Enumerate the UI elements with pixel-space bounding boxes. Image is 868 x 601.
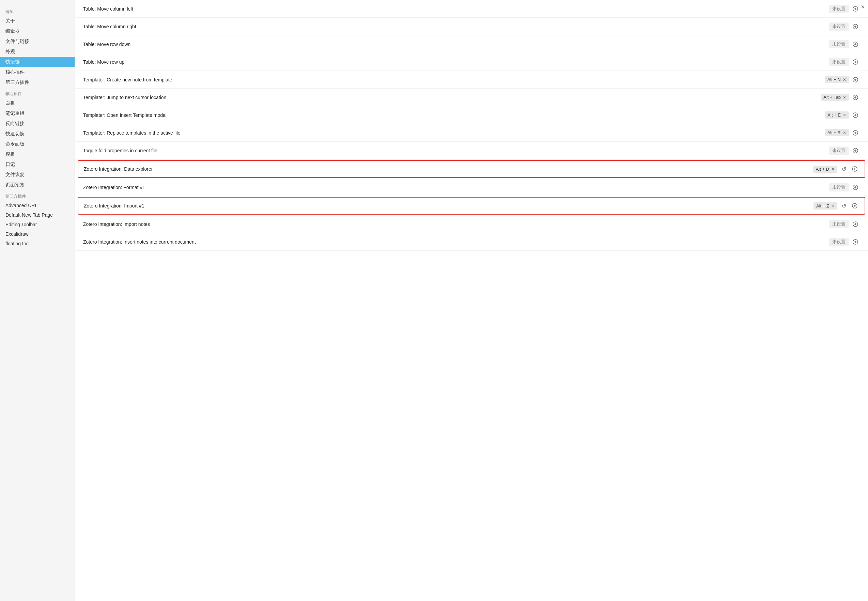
hotkey-row: Templater: Replace templates in the acti… (75, 124, 868, 142)
hotkey-controls: Alt + N ✕ (825, 75, 860, 84)
sidebar-item-日记[interactable]: 日记 (0, 159, 75, 170)
hotkey-row: Templater: Jump to next cursor locationA… (75, 88, 868, 106)
hotkey-name: Zotero Integration: Import #1 (84, 203, 813, 209)
unset-badge: 未设置 (829, 220, 849, 228)
hotkey-name: Zotero Integration: Insert notes into cu… (83, 239, 829, 245)
hotkey-name: Table: Move column left (83, 6, 829, 12)
hotkey-controls: 未设置 (829, 183, 860, 192)
hotkey-row: Table: Move column right未设置 (75, 18, 868, 35)
remove-shortcut-button[interactable]: ✕ (843, 131, 846, 135)
hotkey-row: Zotero Integration: Import #1Alt + Z ✕↺ (78, 197, 865, 215)
add-shortcut-button[interactable] (851, 128, 860, 137)
unset-badge: 未设置 (829, 183, 849, 191)
sidebar-item-模板[interactable]: 模板 (0, 149, 75, 159)
hotkey-badge: Alt + R ✕ (825, 129, 849, 136)
section-third-plugins-label: 第三方插件 (0, 190, 75, 201)
sidebar-item-笔记重组[interactable]: 笔记重组 (0, 108, 75, 119)
add-shortcut-button[interactable] (851, 75, 860, 84)
remove-shortcut-button[interactable]: ✕ (831, 203, 834, 208)
sidebar-item-编辑器[interactable]: 编辑器 (0, 26, 75, 37)
unset-badge: 未设置 (829, 146, 849, 155)
panel-close-button[interactable]: × (861, 3, 865, 11)
sidebar-item-页面预览[interactable]: 页面预览 (0, 180, 75, 190)
hotkey-row: Zotero Integration: Import notes未设置 (75, 215, 868, 233)
reset-shortcut-button[interactable]: ↺ (839, 201, 848, 210)
unset-badge: 未设置 (829, 5, 849, 13)
hotkey-row: Table: Move column left未设置 (75, 0, 868, 18)
hotkey-name: Table: Move row up (83, 59, 829, 65)
remove-shortcut-button[interactable]: ✕ (843, 113, 846, 117)
add-shortcut-button[interactable] (851, 40, 860, 49)
add-shortcut-button[interactable] (851, 146, 860, 155)
sidebar-item-白板[interactable]: 白板 (0, 98, 75, 108)
hotkey-row: Zotero Integration: Data explorerAlt + D… (78, 160, 865, 178)
remove-shortcut-button[interactable]: ✕ (843, 77, 846, 82)
hotkey-name: Zotero Integration: Import notes (83, 221, 829, 227)
sidebar: 选项 关于编辑器文件与链接外观快捷键核心插件第三方插件 核心插件 白板笔记重组反… (0, 0, 75, 601)
hotkey-row: Table: Move row down未设置 (75, 35, 868, 53)
hotkey-row: Templater: Open Insert Template modalAlt… (75, 106, 868, 124)
add-shortcut-button[interactable] (851, 238, 860, 246)
unset-badge: 未设置 (829, 58, 849, 66)
sidebar-item-关于[interactable]: 关于 (0, 16, 75, 26)
unset-badge: 未设置 (829, 238, 849, 246)
hotkey-controls: 未设置 (829, 238, 860, 246)
hotkey-controls: 未设置 (829, 220, 860, 229)
hotkey-controls: Alt + Tab ✕ (821, 93, 860, 102)
hotkey-badge: Alt + D ✕ (813, 166, 838, 173)
hotkey-controls: 未设置 (829, 5, 860, 13)
sidebar-item-Excalidraw[interactable]: Excalidraw (0, 229, 75, 239)
hotkey-badge: Alt + Z ✕ (813, 202, 838, 209)
sidebar-item-命令面板[interactable]: 命令面板 (0, 139, 75, 149)
remove-shortcut-button[interactable]: ✕ (831, 166, 834, 171)
sidebar-item-文件恢复[interactable]: 文件恢复 (0, 170, 75, 180)
add-shortcut-button[interactable] (851, 111, 860, 120)
sidebar-item-floating toc[interactable]: floating toc (0, 239, 75, 249)
main-content: × Table: Move column left未设置Table: Move … (75, 0, 868, 601)
hotkey-badge: Alt + N ✕ (825, 76, 849, 83)
add-shortcut-button[interactable] (851, 5, 860, 13)
sidebar-item-文件与链接[interactable]: 文件与链接 (0, 37, 75, 47)
unset-badge: 未设置 (829, 40, 849, 48)
hotkey-name: Zotero Integration: Data explorer (84, 166, 813, 172)
hotkey-row: Toggle fold properties in current file未设… (75, 142, 868, 159)
hotkey-controls: Alt + E ✕ (825, 111, 860, 120)
hotkey-badge: Alt + Tab ✕ (821, 94, 849, 101)
sidebar-item-第三方插件[interactable]: 第三方插件 (0, 77, 75, 88)
add-shortcut-button[interactable] (851, 220, 860, 229)
hotkey-controls: Alt + Z ✕↺ (813, 201, 859, 210)
add-shortcut-button[interactable] (851, 22, 860, 31)
hotkey-row: Table: Move row up未设置 (75, 53, 868, 71)
hotkey-controls: Alt + D ✕↺ (813, 165, 859, 174)
reset-shortcut-button[interactable]: ↺ (839, 165, 848, 174)
unset-badge: 未设置 (829, 23, 849, 31)
hotkey-name: Toggle fold properties in current file (83, 148, 829, 153)
hotkey-name: Templater: Open Insert Template modal (83, 113, 825, 118)
hotkey-name: Table: Move column right (83, 24, 829, 29)
hotkey-name: Table: Move row down (83, 41, 829, 47)
hotkey-controls: 未设置 (829, 40, 860, 49)
add-shortcut-button[interactable] (851, 93, 860, 102)
hotkey-row: Zotero Integration: Insert notes into cu… (75, 233, 868, 251)
add-shortcut-button[interactable] (851, 58, 860, 66)
hotkey-controls: Alt + R ✕ (825, 128, 860, 137)
hotkey-name: Templater: Replace templates in the acti… (83, 130, 825, 136)
sidebar-item-快速切换[interactable]: 快速切换 (0, 129, 75, 139)
sidebar-item-外观[interactable]: 外观 (0, 47, 75, 57)
section-options-label: 选项 (0, 5, 75, 16)
hotkey-name: Templater: Jump to next cursor location (83, 95, 821, 100)
add-shortcut-button[interactable] (850, 165, 859, 174)
add-shortcut-button[interactable] (851, 183, 860, 192)
sidebar-item-Default New Tab Page[interactable]: Default New Tab Page (0, 210, 75, 220)
add-shortcut-button[interactable] (850, 201, 859, 210)
hotkey-controls: 未设置 (829, 58, 860, 66)
hotkey-row: Templater: Create new note from template… (75, 71, 868, 88)
section-core-plugins-label: 核心插件 (0, 88, 75, 98)
sidebar-item-核心插件[interactable]: 核心插件 (0, 67, 75, 77)
sidebar-item-反向链接[interactable]: 反向链接 (0, 119, 75, 129)
sidebar-item-Advanced URI[interactable]: Advanced URI (0, 201, 75, 210)
remove-shortcut-button[interactable]: ✕ (843, 95, 846, 100)
sidebar-item-快捷键[interactable]: 快捷键 (0, 57, 75, 67)
sidebar-item-Editing Toolbar[interactable]: Editing Toolbar (0, 220, 75, 229)
hotkey-name: Zotero Integration: Format #1 (83, 185, 829, 190)
